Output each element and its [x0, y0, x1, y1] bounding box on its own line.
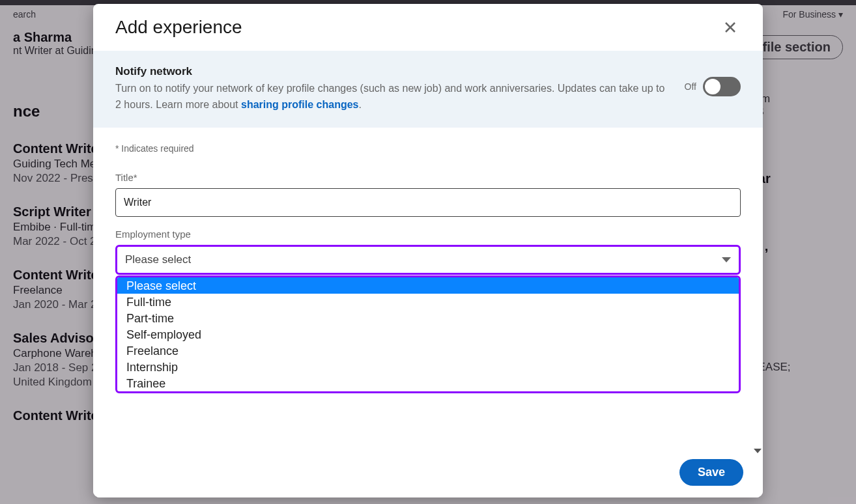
employment-option[interactable]: Part-time [117, 310, 739, 326]
notify-title: Notify network [115, 65, 669, 78]
employment-type-label: Employment type [115, 229, 741, 240]
notify-desc-pre: Turn on to notify your network of key pr… [115, 83, 664, 110]
add-experience-modal: Add experience Notify network Turn on to… [93, 4, 763, 497]
notify-toggle[interactable] [703, 77, 741, 96]
modal-header: Add experience [93, 4, 763, 51]
modal-footer: Save [93, 447, 763, 497]
employment-option[interactable]: Self-employed [117, 326, 739, 343]
sharing-profile-changes-link[interactable]: sharing profile changes [241, 99, 358, 110]
employment-option[interactable]: Freelance [117, 343, 739, 359]
save-button[interactable]: Save [679, 459, 743, 486]
chevron-down-icon [722, 257, 731, 262]
employment-option[interactable]: Please select [117, 277, 739, 294]
close-button[interactable] [720, 17, 741, 38]
employment-type-select[interactable]: Please select [115, 245, 741, 275]
title-input[interactable] [115, 188, 741, 217]
notify-description: Turn on to notify your network of key pr… [115, 81, 669, 113]
required-indicator: * Indicates required [115, 143, 741, 154]
employment-option[interactable]: Full-time [117, 294, 739, 310]
notify-network-box: Notify network Turn on to notify your ne… [93, 51, 763, 128]
close-icon [722, 20, 738, 35]
notify-desc-post: . [359, 99, 362, 110]
employment-type-dropdown: Please selectFull-timePart-timeSelf-empl… [115, 275, 741, 393]
scroll-down-icon [754, 449, 762, 453]
employment-option[interactable]: Trainee [117, 375, 739, 391]
title-label: Title* [115, 172, 741, 183]
modal-body-scroll[interactable]: Notify network Turn on to notify your ne… [93, 51, 763, 447]
employment-type-selected: Please select [125, 253, 191, 266]
modal-overlay: Add experience Notify network Turn on to… [0, 0, 856, 504]
toggle-state-label: Off [685, 81, 696, 92]
modal-title: Add experience [115, 17, 242, 38]
employment-option[interactable]: Internship [117, 359, 739, 375]
